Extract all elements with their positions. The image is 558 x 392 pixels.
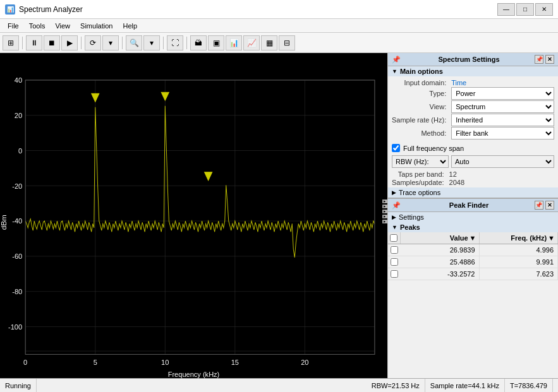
taps-value: 12: [449, 170, 554, 178]
view-select[interactable]: Spectrum: [451, 100, 554, 113]
input-domain-label: Input domain:: [392, 79, 449, 86]
toolbar-sep1: [22, 37, 23, 49]
collapse-arrow-1[interactable]: ▸: [382, 199, 387, 203]
peaks-label: Peaks: [400, 223, 420, 231]
svg-text:0: 0: [23, 358, 27, 365]
toolbar-grid-button[interactable]: ⊞: [3, 35, 19, 50]
toolbar-play-button[interactable]: ▶: [61, 35, 78, 50]
status-time: T=7836.479: [505, 379, 553, 392]
method-select[interactable]: Filter bank: [451, 127, 554, 140]
minimize-button[interactable]: —: [497, 3, 515, 16]
main-options-section[interactable]: ▼ Main options: [388, 66, 558, 76]
type-label: Type:: [392, 90, 449, 97]
main-content: 40 20 0 -20 -40 -60 -80 -100 0 5 10 15 2…: [0, 53, 558, 378]
freq-col-label: Freq. (kHz): [511, 234, 547, 242]
app-icon: 📊: [5, 4, 15, 15]
titlebar: 📊 Spectrum Analyzer — □ ✕: [0, 0, 558, 19]
peak-settings-section[interactable]: ▶ Settings: [388, 212, 558, 222]
row3-checkbox[interactable]: [391, 270, 398, 278]
row1-checkbox[interactable]: [391, 246, 398, 254]
collapse-arrow-5[interactable]: ▸: [382, 220, 387, 223]
peak-finder-close-button[interactable]: ✕: [545, 201, 554, 210]
svg-rect-0: [0, 53, 387, 378]
sample-rate-label: Sample rate (Hz):: [392, 116, 449, 124]
row1-checkbox-cell: [388, 244, 401, 256]
info-grid: Taps per band: 12 Samples/update: 2048: [388, 169, 558, 187]
svg-text:40: 40: [15, 76, 22, 84]
menu-help[interactable]: Help: [118, 21, 142, 31]
row2-checkbox[interactable]: [391, 258, 398, 266]
toolbar-sep5: [186, 37, 187, 49]
toolbar-frame-button[interactable]: ⛶: [167, 35, 183, 50]
peak-finder-pin-button[interactable]: 📌: [535, 201, 543, 210]
peaks-section[interactable]: ▼ Peaks: [388, 222, 558, 232]
settings-close-button[interactable]: ✕: [545, 55, 554, 64]
svg-text:10: 10: [161, 358, 169, 365]
peak-finder-header: 📌 Peak Finder 📌 ✕: [388, 199, 558, 212]
rbw-auto-select[interactable]: Auto: [451, 155, 554, 168]
close-button[interactable]: ✕: [535, 3, 553, 16]
collapse-arrow-4[interactable]: ▸: [382, 215, 387, 218]
settings-grid: Input domain: Time Type: Power View: Spe…: [388, 76, 558, 142]
toolbar-line-button[interactable]: 📈: [243, 35, 260, 50]
menu-tools[interactable]: Tools: [24, 21, 51, 31]
menu-file[interactable]: File: [3, 21, 24, 31]
row3-value: -33.2572: [401, 268, 480, 280]
row1-freq: 4.996: [480, 244, 559, 256]
row2-checkbox-cell: [388, 256, 401, 268]
window-title: Spectrum Analyzer: [19, 5, 83, 14]
toolbar-dropdown-arrow[interactable]: ▾: [102, 35, 119, 50]
svg-text:Frequency (kHz): Frequency (kHz): [168, 371, 220, 378]
toolbar-refresh-button[interactable]: ⟳: [85, 35, 101, 50]
peak-settings-triangle: ▶: [392, 214, 396, 220]
toolbar-pause-button[interactable]: ⏸: [26, 35, 42, 50]
table-row: 26.9839 4.996: [388, 244, 558, 256]
pin-icon: 📌: [392, 56, 401, 64]
table-row: -33.2572 7.623: [388, 268, 558, 280]
freq-sort-icon[interactable]: ▼: [548, 234, 555, 242]
toolbar-sep3: [122, 37, 123, 49]
peak-pin-icon: 📌: [392, 201, 401, 210]
toolbar-minus-button[interactable]: ⊟: [279, 35, 295, 50]
value-sort-icon[interactable]: ▼: [470, 234, 476, 242]
samples-value: 2048: [449, 179, 554, 186]
svg-text:-100: -100: [8, 323, 22, 330]
select-all-checkbox[interactable]: [390, 234, 397, 242]
menu-simulation[interactable]: Simulation: [75, 21, 118, 31]
collapse-arrow-2[interactable]: ▸: [382, 205, 387, 208]
maximize-button[interactable]: □: [516, 3, 534, 16]
svg-text:20: 20: [15, 112, 22, 119]
toolbar-table-button[interactable]: ▦: [261, 35, 277, 50]
svg-text:-80: -80: [12, 288, 22, 295]
view-label: View:: [392, 103, 449, 110]
collapse-arrow-3[interactable]: ▸: [382, 210, 387, 213]
sample-rate-select[interactable]: Inherited: [451, 114, 554, 126]
row2-value: 25.4886: [401, 256, 480, 268]
toolbar-image-button[interactable]: 🏔: [190, 35, 207, 50]
peaks-table: Value ▼ Freq. (kHz) ▼ 26.9839 4.996: [388, 232, 558, 378]
table-row: 25.4886 9.991: [388, 256, 558, 268]
type-select[interactable]: Power: [451, 87, 554, 100]
samples-label: Samples/update:: [392, 179, 447, 186]
rbw-row: RBW (Hz): Auto: [388, 154, 558, 169]
main-options-triangle: ▼: [392, 68, 397, 74]
main-options-label: Main options: [400, 68, 443, 75]
settings-pin-button[interactable]: 📌: [535, 55, 543, 64]
menu-view[interactable]: View: [50, 21, 75, 31]
rbw-select[interactable]: RBW (Hz):: [392, 155, 449, 168]
full-freq-span-checkbox[interactable]: [392, 144, 400, 152]
toolbar-pane-button[interactable]: ▣: [208, 35, 224, 50]
toolbar-zoom-dd[interactable]: ▾: [143, 35, 160, 50]
svg-text:-60: -60: [12, 252, 22, 260]
peak-settings-label: Settings: [399, 213, 424, 221]
peak-finder-panel: 📌 Peak Finder 📌 ✕ ▶ Settings ▼ Peaks: [388, 199, 558, 378]
full-freq-span-label: Full frequency span: [403, 145, 464, 152]
chart-area[interactable]: 40 20 0 -20 -40 -60 -80 -100 0 5 10 15 2…: [0, 53, 387, 378]
toolbar-zoom-button[interactable]: 🔍: [126, 35, 142, 50]
toolbar-stop-button[interactable]: ⏹: [44, 35, 60, 50]
trace-options-section[interactable]: ▶ Trace options: [388, 187, 558, 198]
value-col-header: Value ▼: [401, 232, 480, 244]
row3-freq: 7.623: [480, 268, 559, 280]
toolbar-chart-button[interactable]: 📊: [226, 35, 242, 50]
row3-checkbox-cell: [388, 268, 401, 280]
